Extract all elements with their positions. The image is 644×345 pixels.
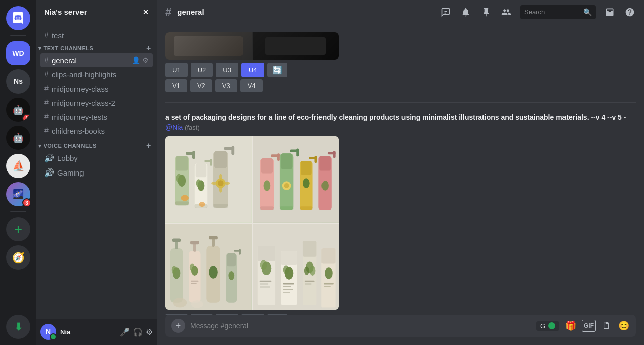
variation-v4-btn-1[interactable]: V4 xyxy=(240,79,263,92)
svg-rect-94 xyxy=(283,292,290,293)
svg-point-78 xyxy=(191,300,203,308)
svg-rect-10 xyxy=(196,163,207,177)
svg-rect-50 xyxy=(333,151,335,158)
message-input-field[interactable] xyxy=(190,322,531,330)
server-icon-ai2[interactable]: 🤖 xyxy=(6,126,30,150)
server-icon-ai1[interactable]: 🤖 1 xyxy=(6,98,30,122)
sidebar-item-lobby[interactable]: 🔊 Lobby xyxy=(40,151,153,165)
svg-rect-39 xyxy=(296,149,299,157)
message-bold-text: a set of packaging designs for a line of… xyxy=(165,113,622,121)
text-channels-header[interactable]: ▾ TEXT CHANNELS + xyxy=(36,42,157,53)
svg-point-20 xyxy=(218,180,224,186)
sidebar-item-midjourney-tests[interactable]: # midjourney-tests xyxy=(40,110,153,124)
svg-point-71 xyxy=(209,266,218,278)
speaker-icon-lobby: 🔊 xyxy=(44,153,54,163)
svg-rect-4 xyxy=(176,156,188,170)
svg-point-22 xyxy=(219,187,222,193)
gif-icon[interactable]: GIF xyxy=(582,320,596,332)
message-input-container: + G 🎁 GIF 🗒 😊 xyxy=(165,315,636,337)
svg-rect-91 xyxy=(283,283,294,284)
channel-name-mj2: midjourney-class-2 xyxy=(52,99,149,107)
user-avatar[interactable]: N xyxy=(40,324,56,340)
user-icon-general[interactable]: 👤 xyxy=(132,56,140,64)
variation-v1-btn-1[interactable]: V1 xyxy=(165,79,187,92)
add-server-button[interactable]: + xyxy=(6,217,30,241)
settings-icon-footer[interactable]: ⚙ xyxy=(146,327,153,337)
svg-rect-103 xyxy=(321,248,335,263)
sidebar-item-clips[interactable]: # clips-and-highlights xyxy=(40,67,153,81)
refresh-btn-1[interactable]: 🔄 xyxy=(267,63,287,77)
variation-v2-btn-1[interactable]: V2 xyxy=(190,79,212,92)
pinned-messages-icon[interactable] xyxy=(480,6,492,18)
headphone-icon[interactable]: 🎧 xyxy=(133,327,143,337)
svg-rect-101 xyxy=(304,283,311,284)
sidebar-item-gaming[interactable]: 🔊 Gaming xyxy=(40,165,153,180)
svg-point-104 xyxy=(325,267,333,279)
sidebar-item-midjourney-class-2[interactable]: # midjourney-class-2 xyxy=(40,96,153,110)
member-list-icon[interactable] xyxy=(500,6,512,18)
sidebar-item-midjourney-class[interactable]: # midjourney-class xyxy=(40,81,153,96)
explore-button[interactable]: 🧭 xyxy=(6,245,30,270)
svg-rect-52 xyxy=(260,206,273,210)
search-bar[interactable]: Search 🔍 xyxy=(520,5,596,19)
svg-point-77 xyxy=(173,298,187,308)
upscale-u2-btn-1[interactable]: U2 xyxy=(191,63,213,77)
discord-home-button[interactable] xyxy=(6,6,30,30)
svg-rect-54 xyxy=(300,206,312,210)
server-icon-ns[interactable]: Ns xyxy=(6,69,30,94)
channel-name-cb: childrens-books xyxy=(52,127,149,135)
server-icon-wd[interactable]: WD xyxy=(6,41,30,65)
server-icon-galaxy[interactable]: 🌌 3 xyxy=(6,182,30,206)
svg-rect-61 xyxy=(189,251,201,303)
channel-name-general: general xyxy=(52,56,129,65)
upscale-u1-btn-1[interactable]: U1 xyxy=(165,63,188,77)
download-button[interactable]: ⬇ xyxy=(6,315,30,339)
svg-point-98 xyxy=(309,266,315,276)
search-icon: 🔍 xyxy=(583,8,592,16)
mic-icon[interactable]: 🎤 xyxy=(120,327,130,337)
variation-v3-btn-1[interactable]: V3 xyxy=(215,79,237,92)
upscale-u4-btn-1[interactable]: U4 xyxy=(242,63,264,77)
sidebar-item-general[interactable]: # general 👤 ⚙ xyxy=(40,53,153,67)
top-img-right xyxy=(253,32,339,60)
svg-rect-12 xyxy=(210,159,212,166)
sticker-icon[interactable]: 🗒 xyxy=(601,320,613,332)
add-text-channel-button[interactable]: + xyxy=(145,44,153,52)
top-img-left xyxy=(165,32,252,60)
inbox-icon[interactable] xyxy=(604,6,616,18)
settings-icon-general[interactable]: ⚙ xyxy=(142,56,149,64)
message-attach-button[interactable]: + xyxy=(171,319,185,333)
sidebar-channels-list: # test ▾ TEXT CHANNELS + # general 👤 ⚙ xyxy=(36,24,157,319)
svg-rect-85 xyxy=(259,283,268,284)
voice-channels-header[interactable]: ▾ VOICE CHANNELS + xyxy=(36,140,157,151)
svg-rect-32 xyxy=(261,158,273,173)
search-placeholder: Search xyxy=(524,8,580,16)
add-voice-channel-button[interactable]: + xyxy=(145,142,153,150)
server-icon-sail[interactable]: ⛵ xyxy=(6,154,30,178)
svg-point-28 xyxy=(181,195,189,201)
sidebar-item-test[interactable]: # test xyxy=(40,28,153,42)
svg-point-23 xyxy=(224,182,230,185)
nitro-badge-text: G xyxy=(540,322,545,330)
message-text-eco: a set of packaging designs for a line of… xyxy=(165,113,636,132)
svg-rect-48 xyxy=(319,156,331,170)
help-icon[interactable] xyxy=(624,6,636,18)
svg-rect-45 xyxy=(314,156,317,163)
sidebar-item-childrens-books[interactable]: # childrens-books xyxy=(40,124,153,138)
threads-icon[interactable] xyxy=(440,6,452,18)
text-channels-label: TEXT CHANNELS xyxy=(44,45,94,51)
voice-channel-name-gaming: Gaming xyxy=(57,168,84,177)
svg-point-8 xyxy=(176,174,182,183)
image-quadrant-3 xyxy=(165,224,252,310)
upscale-u3-btn-1[interactable]: U3 xyxy=(216,63,238,77)
message-input-right-icons: G 🎁 GIF 🗒 😊 xyxy=(536,320,630,332)
notifications-icon[interactable] xyxy=(460,6,472,18)
eco-packaging-message: a set of packaging designs for a line of… xyxy=(165,111,636,315)
server-name-header[interactable]: Nia's server ✕ xyxy=(36,0,157,24)
header-icons: Search 🔍 xyxy=(440,5,636,19)
emoji-icon[interactable]: 😊 xyxy=(618,320,630,332)
hash-icon-clips: # xyxy=(44,70,49,79)
channel-name-mj: midjourney-class xyxy=(52,84,149,93)
svg-rect-25 xyxy=(175,202,189,206)
gift-icon[interactable]: 🎁 xyxy=(565,320,577,332)
